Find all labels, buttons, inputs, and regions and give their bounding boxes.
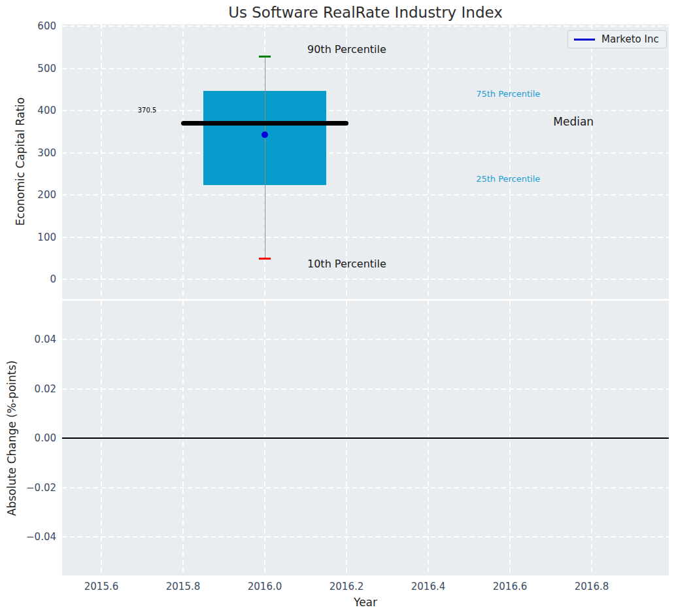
y-tick-label: 0 — [0, 273, 56, 285]
whisker-cap-90th — [259, 56, 271, 58]
legend-label: Marketo Inc — [601, 33, 659, 45]
y-tick-label: 400 — [0, 105, 56, 116]
gridline-horizontal — [62, 279, 669, 280]
gridline-horizontal — [62, 194, 669, 196]
y-tick-label: 0.02 — [0, 383, 56, 395]
gridline-horizontal — [62, 237, 669, 238]
gridline-horizontal — [62, 536, 669, 538]
zero-line — [62, 437, 669, 439]
y-tick-label: 300 — [0, 147, 56, 159]
y-tick-label: 200 — [0, 189, 56, 201]
y-tick-label: 600 — [0, 20, 56, 32]
annotation: 90th Percentile — [307, 44, 386, 56]
chart-title: Us Software RealRate Industry Index — [62, 4, 669, 21]
y-tick-label: −0.04 — [0, 531, 56, 543]
top-plot-area: 90th Percentile10th Percentile75th Perce… — [62, 24, 669, 299]
whisker-line — [265, 56, 265, 258]
gridline-vertical — [509, 24, 511, 299]
annotation: 10th Percentile — [307, 258, 386, 270]
gridline-horizontal — [62, 388, 669, 390]
y-tick-label: 100 — [0, 231, 56, 243]
x-tick-label: 2016.8 — [562, 581, 621, 592]
company-dot — [262, 131, 268, 138]
x-tick-label: 2016.4 — [399, 581, 458, 592]
legend: Marketo Inc — [567, 30, 667, 48]
x-tick-label: 2015.6 — [72, 581, 131, 592]
annotation: 75th Percentile — [476, 90, 540, 99]
x-tick-label: 2015.8 — [154, 581, 212, 592]
gridline-horizontal — [62, 68, 669, 69]
annotation: Median — [553, 116, 594, 128]
gridline-vertical — [101, 24, 102, 299]
gridline-horizontal — [62, 26, 669, 27]
legend-line-swatch — [574, 39, 595, 41]
chart-figure: Us Software RealRate Industry Index 90th… — [0, 0, 676, 616]
gridline-horizontal — [62, 487, 669, 488]
bottom-plot-area — [62, 301, 669, 575]
y-tick-label: 500 — [0, 63, 56, 75]
x-tick-label: 2016.0 — [235, 581, 294, 592]
gridline-vertical — [591, 24, 592, 299]
annotation: 25th Percentile — [476, 175, 540, 184]
y-tick-label: 0.00 — [0, 432, 56, 444]
y-axis-label-top: Economic Capital Ratio — [14, 97, 27, 226]
y-tick-label: 0.04 — [0, 334, 56, 345]
annotation: 370.5 — [138, 107, 157, 114]
y-tick-label: −0.02 — [0, 482, 56, 494]
x-tick-label: 2016.6 — [481, 581, 539, 592]
whisker-cap-10th — [259, 258, 271, 260]
gridline-horizontal — [62, 152, 669, 154]
median-line — [181, 121, 348, 126]
gridline-vertical — [182, 24, 184, 299]
gridline-horizontal — [62, 339, 669, 340]
x-axis-label: Year — [354, 596, 377, 609]
x-tick-label: 2016.2 — [317, 581, 376, 592]
gridline-vertical — [428, 24, 429, 299]
